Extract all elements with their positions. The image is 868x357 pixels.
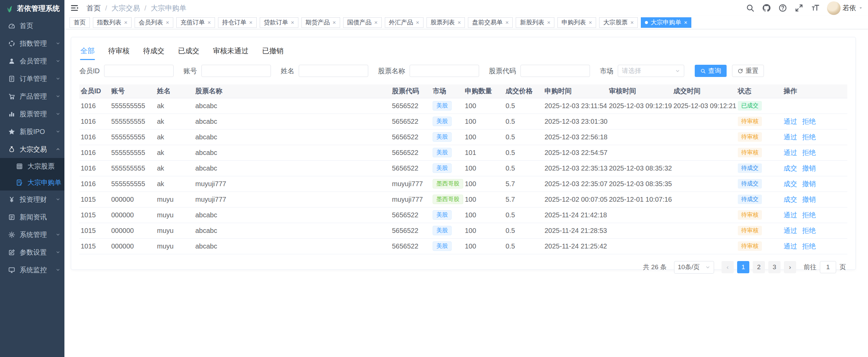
sidebar-item-block-subscription[interactable]: 大宗申购单	[0, 174, 64, 191]
close-icon[interactable]: ×	[291, 20, 294, 25]
sidebar-item-home[interactable]: 首页	[0, 17, 64, 35]
prev-page-button[interactable]: ‹	[722, 261, 734, 273]
action-reject-link[interactable]: 拒绝	[802, 133, 816, 141]
close-icon[interactable]: ×	[684, 20, 687, 25]
search-button[interactable]: 查询	[695, 65, 727, 77]
sidebar-item-block-stock[interactable]: 大宗股票	[0, 158, 64, 174]
tab-completed[interactable]: 已成交	[178, 43, 200, 60]
stock-code-input[interactable]	[520, 65, 590, 77]
tag-index-list[interactable]: 指数列表×	[93, 17, 132, 28]
tag-stock-list[interactable]: 股票列表×	[427, 17, 465, 28]
action-reject-link[interactable]: 拒绝	[802, 227, 816, 234]
action-cancel-link[interactable]: 撤销	[802, 180, 816, 187]
action-cancel-link[interactable]: 撤销	[802, 164, 816, 172]
sidebar-item-system-monitor[interactable]: 系统监控	[0, 261, 64, 279]
tab-review-rejected[interactable]: 审核未通过	[213, 43, 249, 60]
market-select[interactable]: 请选择	[618, 65, 684, 77]
market-cell: 美股	[431, 238, 463, 254]
help-icon[interactable]	[778, 3, 787, 13]
avatar[interactable]	[827, 1, 841, 15]
font-size-icon[interactable]	[811, 3, 820, 13]
close-icon[interactable]: ×	[166, 20, 169, 25]
action-approve-link[interactable]: 通过	[784, 227, 797, 234]
search-icon[interactable]	[746, 3, 755, 13]
page-button-3[interactable]: 3	[768, 261, 781, 273]
close-icon[interactable]: ×	[249, 20, 253, 25]
sidebar-item-order-management[interactable]: 订单管理	[0, 70, 64, 87]
sidebar-item-news[interactable]: 新闻资讯	[0, 208, 64, 226]
sidebar-item-block-trade[interactable]: 大宗交易	[0, 140, 64, 158]
action-cancel-link[interactable]: 撤销	[802, 196, 816, 203]
breadcrumb-separator: /	[144, 4, 146, 12]
goto-page-input[interactable]	[820, 261, 836, 273]
tag-block-subscription[interactable]: 大宗申购单×	[641, 17, 691, 28]
action-reject-link[interactable]: 拒绝	[802, 242, 816, 250]
close-icon[interactable]: ×	[458, 20, 461, 25]
breadcrumb-item-1[interactable]: 大宗交易	[112, 3, 140, 13]
tab-pending-review[interactable]: 待审核	[108, 43, 130, 60]
sidebar-item-member-management[interactable]: 会员管理	[0, 52, 64, 70]
sidebar-toggle-icon[interactable]	[70, 3, 79, 13]
tab-pending-deal[interactable]: 待成交	[143, 43, 165, 60]
action-approve-link[interactable]: 通过	[784, 118, 797, 125]
chevron-up-icon	[56, 147, 60, 152]
tag-new-stock-list[interactable]: 新股列表×	[516, 17, 554, 28]
sidebar-item-new-stock-ipo[interactable]: 新股IPO	[0, 123, 64, 140]
tag-premarket-orders[interactable]: 盘前交易单×	[468, 17, 513, 28]
tag-subscription-list[interactable]: 申购列表×	[557, 17, 596, 28]
tag-member-list[interactable]: 会员列表×	[135, 17, 173, 28]
tab-cancelled[interactable]: 已撤销	[262, 43, 284, 60]
tag-bond-products[interactable]: 国债产品×	[343, 17, 382, 28]
page-button-1[interactable]: 1	[737, 261, 749, 273]
sidebar-item-index-management[interactable]: 指数管理	[0, 35, 64, 52]
account-input[interactable]	[201, 65, 271, 77]
close-icon[interactable]: ×	[630, 20, 634, 25]
close-icon[interactable]: ×	[333, 20, 336, 25]
close-icon[interactable]: ×	[124, 20, 127, 25]
tag-forex-products[interactable]: 外汇产品×	[385, 17, 423, 28]
tab-all[interactable]: 全部	[80, 43, 95, 60]
reset-button[interactable]: 重置	[732, 65, 764, 77]
tag-home[interactable]: 首页	[70, 17, 90, 28]
action-reject-link[interactable]: 拒绝	[802, 211, 816, 219]
action-deal-link[interactable]: 成交	[784, 180, 797, 187]
tag-position-orders[interactable]: 持仓订单×	[218, 17, 257, 28]
fullscreen-icon[interactable]	[794, 3, 804, 13]
new-stock-list-tag-label: 新股列表	[520, 18, 544, 26]
action-reject-link[interactable]: 拒绝	[802, 149, 816, 156]
member-id-input[interactable]	[104, 65, 174, 77]
action-deal-link[interactable]: 成交	[784, 196, 797, 203]
close-icon[interactable]: ×	[505, 20, 509, 25]
action-reject-link[interactable]: 拒绝	[802, 118, 816, 125]
investment-label: 投资理财	[20, 195, 56, 204]
action-approve-link[interactable]: 通过	[784, 149, 797, 156]
sidebar-item-product-management[interactable]: 产品管理	[0, 87, 64, 105]
sidebar-item-stock-management[interactable]: 股票管理	[0, 105, 64, 123]
tag-recharge-orders[interactable]: 充值订单×	[176, 17, 215, 28]
status-tabs: 全部待审核待成交已成交审核未通过已撤销	[79, 41, 847, 60]
breadcrumb-item-0[interactable]: 首页	[86, 3, 101, 13]
close-icon[interactable]: ×	[547, 20, 550, 25]
market-tag: 美股	[433, 101, 452, 111]
close-icon[interactable]: ×	[589, 20, 592, 25]
tag-block-stock[interactable]: 大宗股票×	[599, 17, 638, 28]
page-button-2[interactable]: 2	[753, 261, 765, 273]
name-input[interactable]	[299, 65, 368, 77]
user-menu[interactable]: 若依	[827, 1, 863, 15]
sidebar-item-parameter-settings[interactable]: 参数设置	[0, 243, 64, 261]
action-approve-link[interactable]: 通过	[784, 133, 797, 141]
close-icon[interactable]: ×	[208, 20, 211, 25]
github-icon[interactable]	[762, 3, 771, 13]
stock-name-input[interactable]	[410, 65, 479, 77]
sidebar-item-system-management[interactable]: 系统管理	[0, 226, 64, 243]
action-deal-link[interactable]: 成交	[784, 164, 797, 172]
sidebar-item-investment[interactable]: 投资理财	[0, 191, 64, 208]
close-icon[interactable]: ×	[374, 20, 378, 25]
close-icon[interactable]: ×	[416, 20, 419, 25]
page-size-select[interactable]: 10条/页	[674, 261, 714, 274]
action-approve-link[interactable]: 通过	[784, 242, 797, 250]
tag-loan-orders[interactable]: 贷款订单×	[260, 17, 298, 28]
next-page-button[interactable]: ›	[784, 261, 796, 273]
action-approve-link[interactable]: 通过	[784, 211, 797, 219]
tag-futures-products[interactable]: 期货产品×	[301, 17, 340, 28]
